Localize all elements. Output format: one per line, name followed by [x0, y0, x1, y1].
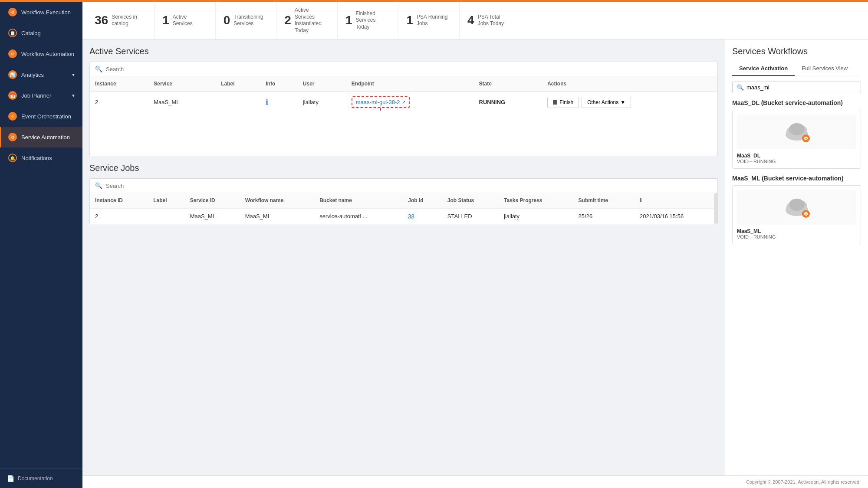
stat-finished-services-today: 1 Finished Services Today — [338, 2, 399, 39]
cell-state: RUNNING — [474, 92, 542, 112]
col-endpoint: Endpoint — [346, 76, 474, 92]
sidebar-item-label: Workflow Execution — [21, 9, 71, 16]
sidebar-item-label: Service Automation — [21, 134, 70, 141]
cell-bucket-name: service-automati ... — [314, 208, 403, 224]
col-label: Label — [148, 193, 184, 208]
endpoint-cell: maas-ml-gui-38-2 ↗ — [352, 96, 410, 108]
event-orchestration-icon: ⚡ — [8, 112, 17, 121]
documentation-icon: 📄 — [7, 475, 14, 482]
services-workflows-tabs: Service Activation Full Services View — [732, 62, 861, 76]
notifications-icon: 🔔 — [8, 154, 17, 162]
cell-label — [216, 92, 260, 112]
stat-number: 1 — [162, 13, 169, 27]
stat-active-services: 1 Active Services — [155, 2, 216, 39]
job-planner-chevron-icon: ▼ — [71, 93, 76, 98]
cell-submit-time: 2021/03/16 15:56 — [635, 208, 717, 224]
stat-number: 1 — [406, 13, 413, 27]
maas-ml-icon-area: ★ — [737, 190, 856, 225]
svg-text:★: ★ — [805, 213, 807, 216]
search-icon: 🔍 — [737, 84, 744, 91]
maas-dl-card-state: VOID→RUNNING — [737, 159, 856, 164]
maas-dl-card[interactable]: ★ MaaS_DL VOID→RUNNING — [732, 110, 861, 169]
search-icon: 🔍 — [95, 66, 102, 72]
stat-number: 1 — [345, 13, 352, 27]
sidebar-footer[interactable]: 📄 Documentation — [0, 468, 82, 488]
sidebar-item-label: Workflow Automation — [21, 51, 74, 57]
sidebar-item-notifications[interactable]: 🔔 Notifications — [0, 147, 82, 168]
active-services-title: Active Services — [89, 46, 718, 56]
sidebar-item-event-orchestration[interactable]: ⚡ Event Orchestration — [0, 106, 82, 127]
actions-group: Finish Other Actions ▼ — [547, 97, 712, 108]
cell-endpoint: maas-ml-gui-38-2 ↗ — [346, 92, 474, 112]
sidebar-item-job-planner[interactable]: 📅 Job Planner ▼ — [0, 85, 82, 106]
sidebar-item-label: Notifications — [21, 155, 52, 161]
other-actions-button[interactable]: Other Actions ▼ — [582, 97, 631, 108]
col-actions: Actions — [542, 76, 717, 92]
cell-service-id: MaaS_ML — [185, 208, 240, 224]
stat-transitioning-services: 0 Transitioning Services — [216, 2, 277, 39]
col-service: Service — [148, 76, 216, 92]
stat-label: Finished Services Today — [355, 10, 390, 31]
stat-number: 36 — [95, 13, 108, 27]
maas-ml-section-title: MaaS_ML (Bucket service-automation) — [732, 175, 861, 182]
service-jobs-table-wrapper: Instance ID Label Service ID Workflow na… — [90, 193, 717, 224]
stat-psa-total-jobs: 4 PSA Total Jobs Today — [460, 2, 520, 39]
badge-icon: ★ — [804, 212, 808, 216]
svg-text:★: ★ — [805, 137, 807, 140]
sidebar-item-label: Event Orchestration — [21, 113, 71, 120]
services-workflows-title: Services Workflows — [732, 46, 861, 56]
info-icon[interactable]: ℹ — [266, 98, 268, 106]
col-info: ℹ — [635, 193, 717, 208]
cell-job-status: STALLED — [442, 208, 499, 224]
tab-full-services-view[interactable]: Full Services View — [795, 62, 855, 76]
finish-button[interactable]: Finish — [547, 97, 579, 108]
state-badge: RUNNING — [479, 99, 506, 105]
maas-ml-card-name: MaaS_ML — [737, 228, 856, 234]
external-link-icon: ↗ — [402, 100, 405, 105]
maas-ml-card[interactable]: ★ MaaS_ML VOID→RUNNING — [732, 185, 861, 244]
active-services-search-bar: 🔍 — [90, 62, 717, 76]
service-jobs-panel: 🔍 Instance ID Label — [89, 178, 718, 224]
content-area: Active Services 🔍 Instance Se — [82, 39, 868, 475]
sidebar-item-workflow-automation[interactable]: ⟳ Workflow Automation — [0, 43, 82, 64]
right-panel: Services Workflows Service Activation Fu… — [725, 39, 868, 475]
col-bucket-name: Bucket name — [314, 193, 403, 208]
annotation-connector: 8 — [368, 108, 394, 112]
cell-instance: 2 — [90, 92, 148, 112]
col-instance-id: Instance ID — [90, 193, 148, 208]
stat-active-services-today: 2 Active Services Instantiated Today — [276, 2, 338, 39]
svg-point-9 — [789, 199, 805, 211]
table-row: 2 MaaS_ML ℹ jlailaty — [90, 92, 717, 112]
job-id-link[interactable]: 38 — [408, 213, 414, 219]
maas-ml-section: MaaS_ML (Bucket service-automation) — [732, 175, 861, 244]
sidebar-item-workflow-execution[interactable]: ⚙ Workflow Execution — [0, 2, 82, 23]
stat-label: PSA Total Jobs Today — [478, 14, 513, 27]
scrollbar[interactable] — [714, 193, 717, 224]
active-services-search-input[interactable] — [106, 66, 712, 72]
service-jobs-title: Service Jobs — [89, 163, 718, 173]
other-actions-chevron-icon: ▼ — [620, 99, 625, 105]
services-workflows-search-input[interactable] — [746, 84, 856, 91]
col-label: Label — [216, 76, 260, 92]
sidebar-item-catalog[interactable]: 📋 Catalog — [0, 23, 82, 43]
stat-number: 0 — [224, 13, 230, 27]
cloud-badge-ml: ★ — [802, 210, 810, 218]
annotation-spacer — [90, 112, 717, 156]
stat-psa-running-jobs: 1 PSA Running Jobs — [398, 2, 460, 39]
svg-point-3 — [789, 123, 805, 135]
endpoint-link[interactable]: maas-ml-gui-38-2 — [356, 99, 400, 105]
sidebar-item-service-automation[interactable]: ⚙ Service Automation — [0, 127, 82, 147]
col-instance: Instance — [90, 76, 148, 92]
connector-line — [380, 108, 381, 112]
service-jobs-search-input[interactable] — [106, 183, 712, 189]
stat-label: Services in catalog — [112, 14, 146, 27]
tab-service-activation[interactable]: Service Activation — [732, 62, 795, 76]
active-services-table: Instance Service Label Info User Endpoin… — [90, 76, 717, 112]
cloud-badge-dl: ★ — [802, 134, 810, 142]
stat-label: Transitioning Services — [233, 14, 268, 27]
sidebar-item-label: Catalog — [21, 30, 41, 36]
cell-job-user: jlailaty — [499, 208, 573, 224]
col-user: User — [298, 76, 346, 92]
stat-label: Active Services Instantiated Today — [295, 7, 329, 34]
sidebar-item-analytics[interactable]: 📊 Analytics ▼ — [0, 64, 82, 85]
